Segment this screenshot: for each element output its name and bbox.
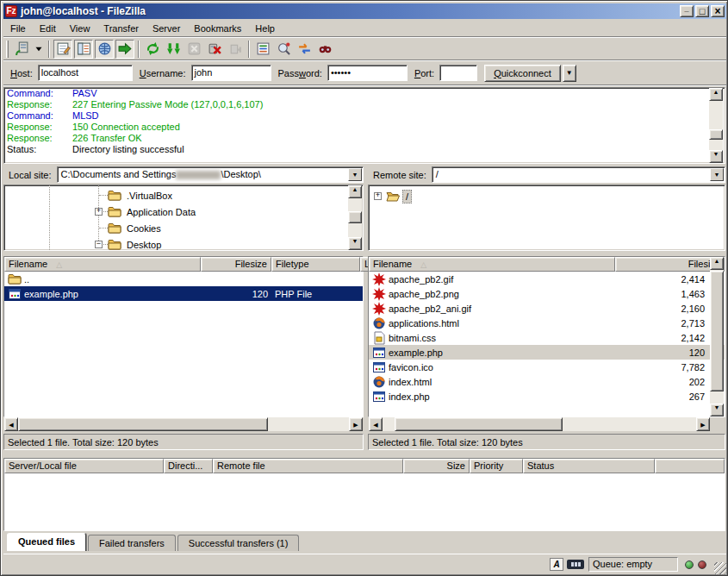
toggle-queue-button[interactable] (115, 40, 134, 59)
tab-successful-transfers-1-[interactable]: Successful transfers (1) (177, 535, 300, 551)
menu-bookmarks[interactable]: Bookmarks (187, 22, 248, 35)
tab-queued-files[interactable]: Queued files (7, 533, 86, 551)
close-button[interactable] (711, 5, 725, 17)
file-name: apache_pb2.png (389, 289, 459, 299)
log-scrollbar[interactable]: ▲ ▼ (709, 88, 723, 163)
file-row[interactable]: applications.html2,713 (369, 316, 725, 330)
scroll-left-icon[interactable]: ◀ (369, 417, 383, 431)
file-row[interactable]: apache_pb2_ani.gif2,160 (369, 301, 725, 316)
file-row[interactable]: index.html202 (369, 374, 725, 389)
combo-dropdown-icon[interactable]: ▼ (710, 168, 724, 181)
remote-vscrollbar[interactable]: ▲ ▼ (710, 257, 724, 416)
host-input[interactable]: localhost (38, 65, 133, 81)
file-row[interactable]: favicon.ico7,782 (369, 360, 725, 374)
file-row[interactable]: example.php120 (369, 345, 725, 360)
toggle-remote-tree-button[interactable] (95, 40, 114, 59)
file-row[interactable]: index.php267 (369, 389, 725, 404)
tree-item-application-data[interactable]: Application Data (108, 203, 198, 220)
scroll-left-icon[interactable]: ◀ (4, 417, 18, 431)
scrollbar-thumb[interactable] (395, 417, 563, 431)
combo-dropdown-icon[interactable]: ▼ (348, 168, 362, 181)
file-row[interactable]: .. (4, 272, 363, 286)
file-row[interactable]: apache_pb2.gif2,414 (369, 272, 725, 286)
tree-item--virtualbox[interactable]: .VirtualBox (108, 187, 175, 203)
tree-item-cookies[interactable]: Cookies (108, 220, 164, 236)
log-line: Response:226 Transfer OK (4, 133, 725, 144)
file-row[interactable]: bitnami.css2,142 (369, 330, 725, 345)
find-button[interactable] (315, 40, 334, 59)
column-header-filename[interactable]: Filename△ (369, 257, 615, 272)
queue-header-server-local-file[interactable]: Server/Local file (4, 459, 164, 473)
queue-header-directi-[interactable]: Directi... (164, 459, 213, 473)
transfer-type-icon[interactable]: A (550, 558, 563, 571)
column-header-filename[interactable]: Filename△ (4, 257, 201, 272)
scrollbar-thumb[interactable] (348, 211, 362, 223)
scroll-down-icon[interactable]: ▼ (348, 237, 362, 250)
remote-hscrollbar[interactable]: ◀ ▶ (369, 417, 710, 431)
redacted-username (176, 171, 221, 179)
title-bar[interactable]: Fz john@localhost - FileZilla (3, 3, 726, 19)
local-site-combo[interactable]: C:\Documents and Settings\Desktop\ ▼ (57, 166, 364, 183)
scroll-up-icon[interactable]: ▲ (710, 257, 724, 270)
scroll-right-icon[interactable]: ▶ (349, 417, 363, 431)
speed-limit-icon[interactable] (567, 560, 584, 569)
scroll-up-icon[interactable]: ▲ (709, 88, 723, 101)
tree-expander-icon[interactable]: − (95, 241, 103, 248)
tab-failed-transfers[interactable]: Failed transfers (88, 535, 176, 551)
tree-expander-icon[interactable]: + (95, 208, 103, 216)
refresh-button[interactable] (143, 40, 162, 59)
site-manager-button[interactable] (12, 40, 31, 59)
scroll-down-icon[interactable]: ▼ (709, 150, 723, 163)
queue-header-priority[interactable]: Priority (470, 459, 523, 473)
site-manager-dropdown-button[interactable] (33, 40, 45, 59)
menu-transfer[interactable]: Transfer (96, 22, 146, 35)
toolbar-grip[interactable] (6, 41, 9, 58)
password-input[interactable]: •••••• (327, 65, 408, 81)
quickconnect-dropdown-icon[interactable]: ▼ (563, 65, 576, 82)
column-header-filesize[interactable]: Filesize (615, 257, 725, 272)
menu-file[interactable]: File (3, 22, 33, 35)
reconnect-button[interactable] (226, 40, 245, 59)
column-header-filesize[interactable]: Filesize (201, 257, 271, 272)
toggle-log-button[interactable] (53, 40, 72, 59)
reconnect-icon (228, 41, 243, 56)
quickconnect-button[interactable]: Quickconnect (484, 65, 561, 82)
remote-site-combo[interactable]: / ▼ (432, 166, 725, 183)
cancel-button[interactable] (184, 40, 203, 59)
local-hscrollbar[interactable]: ◀ ▶ (4, 417, 363, 431)
tree-expander-icon[interactable]: + (374, 192, 382, 200)
file-row[interactable]: example.php120PHP File1 (4, 286, 363, 301)
resize-grip[interactable] (714, 562, 726, 574)
scrollbar-thumb[interactable] (18, 417, 268, 431)
local-tree-scrollbar[interactable]: ▲ ▼ (348, 185, 362, 250)
scroll-down-icon[interactable]: ▼ (710, 404, 724, 416)
scrollbar-thumb[interactable] (709, 129, 723, 140)
log-label: Command: (7, 110, 72, 122)
queue-header-remote-file[interactable]: Remote file (213, 459, 403, 473)
menu-view[interactable]: View (63, 22, 97, 35)
tree-item-root[interactable]: / (386, 188, 412, 204)
column-header-filetype[interactable]: Filetype (271, 257, 360, 272)
port-input[interactable] (439, 65, 477, 81)
minimize-button[interactable] (680, 5, 694, 17)
disconnect-button[interactable] (205, 40, 224, 59)
tree-item-desktop[interactable]: Desktop (108, 236, 164, 251)
queue-header-blank[interactable] (655, 459, 725, 473)
scrollbar-thumb[interactable] (710, 271, 724, 391)
filter-button[interactable] (253, 40, 272, 59)
scroll-up-icon[interactable]: ▲ (348, 185, 362, 198)
menu-help[interactable]: Help (248, 22, 282, 35)
sync-browsing-button[interactable] (295, 40, 314, 59)
maximize-button[interactable] (695, 5, 709, 17)
process-queue-button[interactable] (164, 40, 183, 59)
queue-header-status[interactable]: Status (523, 459, 655, 473)
toggle-local-tree-button[interactable] (74, 40, 93, 59)
menu-server[interactable]: Server (146, 22, 187, 35)
queue-header-size[interactable]: Size (403, 459, 470, 473)
username-input[interactable]: john (191, 65, 271, 81)
scroll-right-icon[interactable]: ▶ (696, 417, 710, 431)
menu-edit[interactable]: Edit (33, 22, 63, 35)
compare-button[interactable] (274, 40, 293, 59)
process-queue-icon (166, 41, 181, 56)
file-row[interactable]: apache_pb2.png1,463 (369, 286, 725, 301)
